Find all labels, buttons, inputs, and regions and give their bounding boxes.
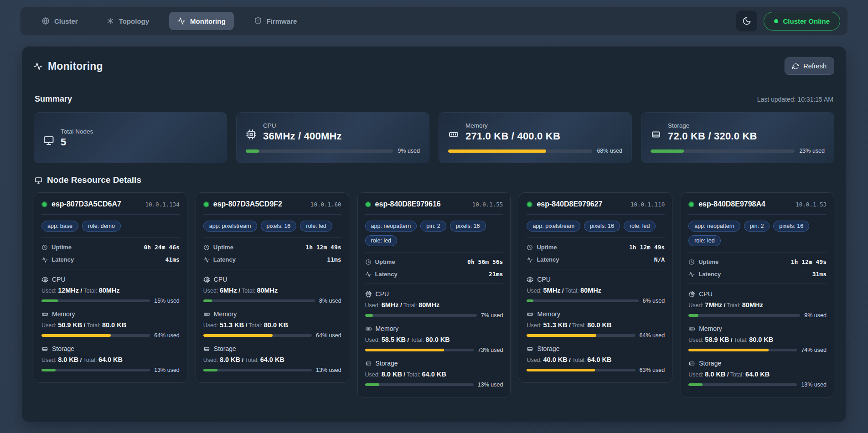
- node-card: esp-807D3A5CD6A7 10.0.1.134 app: base ro…: [34, 192, 187, 383]
- resource-progress: 63% used: [527, 367, 665, 373]
- resource-progress: 74% used: [688, 347, 827, 353]
- resource-block: Storage Used: 40.0 KB / Total: 64.0 KB: [527, 345, 665, 373]
- monitoring-panel: Monitoring Refresh Summary Last updated:…: [22, 46, 846, 422]
- latency-value: 41ms: [165, 256, 179, 263]
- used-value: 8.0 KB: [382, 371, 402, 378]
- node-card: esp-840D8E979627 10.0.1.110 app: pixelst…: [519, 192, 672, 383]
- progress-fill: [203, 369, 217, 371]
- resource-progress: 6% used: [527, 298, 665, 304]
- tab-monitoring[interactable]: Monitoring: [169, 12, 233, 30]
- progress-fill: [527, 299, 533, 302]
- resource-name: CPU: [537, 276, 551, 283]
- cpu-icon: [527, 276, 533, 283]
- progress-track: [365, 349, 474, 351]
- node-name: esp-840D8E979627: [537, 200, 602, 208]
- uptime-label: Uptime: [698, 258, 718, 265]
- resource-block: Storage Used: 8.0 KB / Total: 64.0 KB: [688, 360, 827, 388]
- summary-card: Memory 271.0 KB / 400.0 KB 68% used: [439, 112, 632, 163]
- percent-used-label: 15% used: [154, 298, 180, 304]
- node-tag: role: led: [365, 235, 397, 246]
- progress-fill: [365, 349, 444, 351]
- progress-fill: [688, 349, 769, 351]
- panel-header: Monitoring Refresh: [34, 57, 834, 75]
- uptime-value: 0h 24m 46s: [144, 244, 180, 251]
- progress-fill: [246, 149, 259, 153]
- total-label: Total:: [407, 371, 420, 378]
- node-tags: app: base role: demo: [41, 221, 180, 232]
- node-tag: pixels: 16: [584, 221, 620, 232]
- used-label: Used:: [688, 371, 703, 378]
- node-resources: CPU Used: 6MHz / Total: 80MHz: [365, 290, 503, 388]
- total-value: 80.0 KB: [264, 321, 288, 329]
- used-value: 40.0 KB: [543, 356, 568, 363]
- memory-icon: [41, 311, 48, 318]
- activity-icon: [34, 62, 42, 71]
- tab-firmware[interactable]: Firmware: [246, 12, 305, 30]
- progress-fill: [365, 383, 379, 386]
- node-status-dot-icon: [203, 201, 209, 207]
- used-label: Used:: [527, 357, 542, 363]
- used-label: Used:: [41, 288, 57, 294]
- node-divider: [688, 284, 827, 284]
- uptime-value: 0h 56m 56s: [467, 258, 503, 265]
- node-status-dot-icon: [688, 201, 694, 207]
- activity-icon: [688, 271, 695, 278]
- resource-name: Storage: [52, 345, 74, 352]
- resource-progress: 73% used: [365, 347, 503, 353]
- monitor-icon: [35, 176, 42, 184]
- node-tags: app: pixelstream pixels: 16 role: led: [203, 221, 341, 232]
- node-tag: pixels: 16: [261, 221, 297, 232]
- storage-icon: [651, 129, 661, 140]
- node-tag: role: led: [688, 235, 720, 246]
- cluster-status-badge[interactable]: Cluster Online: [764, 12, 840, 31]
- progress-fill: [203, 299, 212, 302]
- node-status-dot-icon: [527, 201, 532, 207]
- progress-fill: [527, 334, 596, 337]
- node-resources: CPU Used: 12MHz / Total: 80MHz: [41, 276, 180, 373]
- used-value: 8.0 KB: [220, 356, 240, 363]
- node-tag: pixels: 16: [450, 221, 486, 232]
- node-tag: app: pixelstream: [527, 221, 580, 232]
- used-label: Used:: [527, 288, 542, 294]
- node-ip: 10.0.1.55: [472, 201, 503, 208]
- nodes-section-heading: Node Resource Details: [35, 175, 833, 185]
- node-tag: app: base: [41, 221, 78, 232]
- node-tag: app: neopattern: [688, 221, 740, 232]
- summary-card-label: Total Nodes: [61, 128, 93, 135]
- used-value: 7MHz: [705, 301, 722, 309]
- resource-name: Memory: [214, 310, 237, 318]
- summary-card: Total Nodes 5: [34, 112, 227, 163]
- resource-block: CPU Used: 12MHz / Total: 80MHz: [41, 276, 180, 304]
- node-name: esp-807D3A5CD6A7: [52, 200, 121, 208]
- summary-progress: 23% used: [651, 148, 825, 154]
- total-value: 64.0 KB: [422, 371, 446, 378]
- node-divider: [203, 237, 341, 238]
- tab-topology[interactable]: Topology: [98, 12, 157, 30]
- summary-card-value: 72.0 KB / 320.0 KB: [668, 130, 757, 142]
- shield-icon: [254, 17, 262, 25]
- used-label: Used:: [203, 357, 218, 363]
- percent-used-label: 9% used: [398, 148, 420, 154]
- total-value: 80MHz: [742, 301, 763, 309]
- used-label: Used:: [365, 302, 380, 309]
- cpu-icon: [246, 129, 257, 140]
- latency-label: Latency: [698, 271, 721, 278]
- refresh-button[interactable]: Refresh: [785, 57, 834, 75]
- tab-cluster[interactable]: Cluster: [33, 12, 86, 30]
- total-label: Total:: [245, 357, 258, 363]
- total-label: Total:: [83, 357, 97, 363]
- percent-used-label: 23% used: [799, 148, 825, 154]
- resource-progress: 13% used: [203, 367, 341, 373]
- activity-icon: [527, 257, 533, 263]
- total-label: Total:: [83, 288, 97, 294]
- node-resources: CPU Used: 7MHz / Total: 80MHz: [688, 290, 827, 388]
- progress-fill: [527, 369, 595, 371]
- percent-used-label: 13% used: [801, 381, 827, 388]
- globe-icon: [41, 17, 50, 25]
- node-name: esp-840D8E9798A4: [698, 200, 765, 208]
- resource-progress: 15% used: [41, 298, 180, 304]
- latency-value: 31ms: [812, 271, 827, 278]
- resource-name: Storage: [537, 345, 559, 352]
- theme-toggle-button[interactable]: [736, 10, 757, 31]
- node-tags: app: neopattern pin: 2 pixels: 16 role: …: [688, 221, 827, 246]
